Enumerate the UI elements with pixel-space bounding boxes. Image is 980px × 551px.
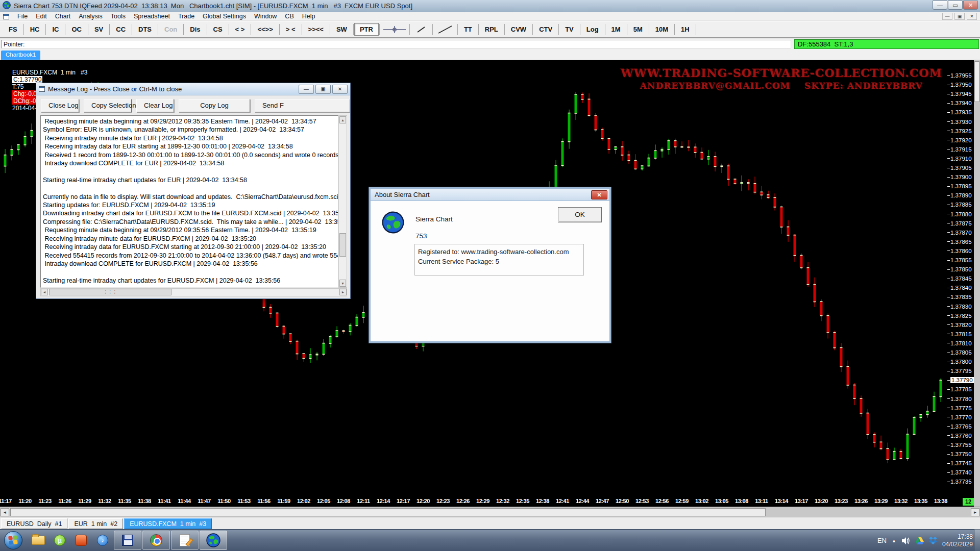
menu-global-settings[interactable]: Global Settings (199, 12, 250, 20)
toolbar--button[interactable]: < > (230, 23, 251, 36)
time-axis[interactable]: 11:1711:2011:2311:2611:2911:3211:3511:38… (0, 497, 947, 506)
close-icon[interactable]: ✕ (963, 1, 978, 10)
minimize-icon[interactable]: — (299, 85, 314, 94)
chart-tab[interactable]: EURUSD Daily #1 (1, 518, 67, 529)
menu-chart[interactable]: Chart (51, 12, 75, 20)
log-send-f-button[interactable]: Send F (255, 99, 350, 112)
toolbar-cvw-button[interactable]: CVW (505, 23, 532, 36)
drive-icon[interactable] (916, 537, 924, 544)
log-close-log-button[interactable]: Close Log (41, 99, 79, 112)
log-copy-selection-button[interactable]: Copy Selection (84, 99, 132, 112)
volume-icon[interactable] (901, 537, 911, 545)
menu-tools[interactable]: Tools (107, 12, 130, 20)
menu-edit[interactable]: Edit (32, 12, 51, 20)
toolbar-ptr-button[interactable]: PTR (354, 23, 379, 36)
dropbox-icon[interactable] (929, 537, 937, 544)
crosshair-icon[interactable] (380, 23, 409, 36)
toolbar-tt-button[interactable]: TT (458, 23, 478, 36)
language-indicator[interactable]: EN (877, 537, 887, 544)
maximize-icon[interactable]: ▣ (315, 85, 331, 94)
taskbar-sierra-chart[interactable] (200, 531, 227, 550)
chartbook-tab[interactable]: Chartbook1 (1, 51, 40, 60)
taskbar-media-player-red[interactable] (71, 531, 91, 550)
chart-tab[interactable]: EURUSD.FXCM 1 min #3 (124, 518, 212, 529)
close-icon[interactable]: ✕ (591, 190, 607, 199)
clock[interactable]: 17:38 04/02/2029 (942, 533, 973, 548)
about-dialog-titlebar[interactable]: About Sierra Chart (371, 189, 609, 201)
toolbar-log-button[interactable]: Log (581, 23, 604, 36)
tray-expand-icon[interactable]: ▲ (892, 538, 896, 543)
scroll-down-icon[interactable]: ▼ (339, 280, 346, 287)
toolbar-dis-button[interactable]: Dis (184, 23, 206, 36)
scroll-right-icon[interactable]: ► (339, 289, 347, 295)
log-vertical-scrollbar[interactable]: ▲ ▼ (338, 115, 347, 288)
trendline-icon[interactable] (433, 23, 457, 36)
toolbar-10m-button[interactable]: 10M (650, 23, 674, 36)
mdi-close-icon[interactable]: ✕ (967, 13, 977, 20)
vertical-scroll-thumb[interactable] (974, 61, 979, 102)
taskbar-chrome[interactable] (142, 531, 170, 550)
taskbar-utorrent[interactable]: µ (50, 531, 70, 550)
log-hscroll-thumb[interactable]: ⋮⋮⋮ (49, 289, 172, 295)
toolbar-ic-button[interactable]: IC (46, 23, 64, 36)
mdi-child-icon[interactable] (3, 14, 9, 19)
message-log-titlebar[interactable]: Message Log - Press Close or Ctrl-M to c… (36, 83, 350, 95)
menu-analysis[interactable]: Analysis (75, 12, 107, 20)
taskbar-notepad[interactable] (171, 531, 199, 550)
menu-window[interactable]: Window (250, 12, 281, 20)
maximize-icon[interactable]: ▭ (948, 1, 963, 10)
chart-tab[interactable]: EUR 1 min #2 (68, 518, 123, 529)
toolbar-sv-button[interactable]: SV (89, 23, 109, 36)
log-vscroll-thumb[interactable] (339, 233, 346, 257)
toolbar-oc-button[interactable]: OC (66, 23, 87, 36)
toolbar-ctv-button[interactable]: CTV (533, 23, 558, 36)
toolbar-cs-button[interactable]: CS (208, 23, 228, 36)
menu-file[interactable]: File (13, 12, 32, 20)
price-scale[interactable]: 1.379551.379501.379451.379401.379351.379… (947, 60, 974, 517)
log-clear-log-button[interactable]: Clear Log (136, 99, 174, 112)
chart-vertical-scrollbar[interactable] (974, 60, 980, 517)
time-label: 12:50 (614, 498, 631, 504)
price-tick (947, 417, 950, 417)
menu-spreadsheet[interactable]: Spreadsheet (130, 12, 174, 20)
scroll-left-icon[interactable]: ◄ (41, 289, 48, 295)
toolbar-hc-button[interactable]: HC (24, 23, 45, 36)
menu-help[interactable]: Help (298, 12, 320, 20)
taskbar-floppy-app[interactable] (114, 531, 141, 550)
menu-cb[interactable]: CB (281, 12, 298, 20)
toolbar--button[interactable]: >><< (303, 23, 329, 36)
mdi-minimize-icon[interactable]: — (942, 13, 952, 20)
scroll-left-icon[interactable]: ◄ (1, 508, 9, 516)
minimize-icon[interactable]: — (933, 1, 947, 10)
toolbar-1h-button[interactable]: 1H (675, 23, 695, 36)
scroll-right-icon[interactable]: ► (971, 508, 979, 516)
chart-area[interactable]: EURUSD.FXCM 1 min #3 C:1.37790 T:75 Chg:… (0, 60, 980, 517)
toolbar--button[interactable]: <<>> (252, 23, 278, 36)
log-horizontal-scrollbar[interactable]: ◄ ⋮⋮⋮ ► (40, 288, 347, 296)
toolbar-tv-button[interactable]: TV (559, 23, 579, 36)
start-button[interactable] (4, 531, 22, 549)
scroll-up-icon[interactable]: ▲ (339, 116, 346, 123)
mdi-restore-icon[interactable]: ▣ (954, 13, 965, 20)
trendline-short-icon[interactable] (410, 23, 432, 36)
toolbar-sw-button[interactable]: SW (331, 23, 353, 36)
toolbar--button[interactable]: > < (280, 23, 301, 36)
price-tick (947, 408, 950, 408)
toolbar-cc-button[interactable]: CC (110, 23, 131, 36)
ok-button[interactable]: OK (558, 207, 602, 222)
log-text-area[interactable]: Requesting minute data beginning at 09/2… (40, 115, 338, 288)
toolbar-fs-button[interactable]: FS (3, 23, 23, 36)
toolbar-dts-button[interactable]: DTS (133, 23, 157, 36)
horizontal-scroll-thumb[interactable] (10, 508, 766, 516)
toolbar-1m-button[interactable]: 1M (606, 23, 626, 36)
chart-horizontal-scrollbar[interactable]: ◄ ► (0, 507, 980, 517)
taskbar-audio-app-blue[interactable]: ♪ (92, 531, 113, 550)
show-desktop-button[interactable] (974, 529, 980, 551)
log-copy-log-button[interactable]: Copy Log (179, 99, 250, 112)
toolbar-rpl-button[interactable]: RPL (479, 23, 504, 36)
time-label: 12:17 (395, 498, 412, 504)
toolbar-5m-button[interactable]: 5M (628, 23, 648, 36)
close-icon[interactable]: ✕ (332, 85, 348, 94)
taskbar-explorer-folder[interactable] (28, 531, 48, 550)
menu-trade[interactable]: Trade (174, 12, 199, 20)
